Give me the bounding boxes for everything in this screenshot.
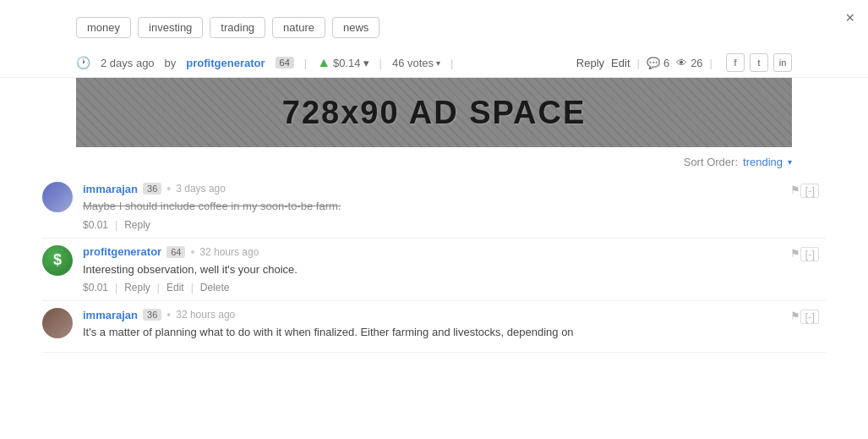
comments-section: immarajan36•3 days agoMaybe I should inc…	[0, 175, 868, 353]
tags-row: moneyinvestingtradingnaturenews	[0, 0, 868, 48]
meta-divider-1: |	[304, 57, 307, 69]
facebook-icon[interactable]: f	[726, 53, 745, 72]
comment-username-3[interactable]: immarajan	[83, 309, 138, 321]
views-stat: 👁 26	[676, 57, 702, 69]
comment-2: $profitgenerator64•32 hours agoInteresti…	[42, 239, 826, 302]
ad-text: 728x90 AD SPACE	[282, 95, 587, 131]
comment-3: immarajan36•32 hours agoIt's a matter of…	[42, 301, 826, 353]
edit-link[interactable]: Edit	[611, 57, 630, 69]
sort-caret-icon[interactable]: ▾	[788, 157, 792, 167]
comment-username-2[interactable]: profitgenerator	[83, 245, 161, 258]
avatar-immarajan	[42, 182, 73, 212]
comments-stat: 💬 6	[647, 57, 669, 69]
comment-actions-2: $0.01|Reply|Edit|Delete	[83, 282, 826, 294]
comment-badge-3: 36	[143, 309, 161, 321]
ad-banner: 728x90 AD SPACE	[76, 78, 792, 147]
meta-row: 🕐 2 days ago by profitgenerator 64 | ▲ $…	[0, 48, 868, 78]
meta-divider-5: |	[710, 57, 712, 69]
comment-text-2: Interesting observation, well it's your …	[83, 261, 826, 278]
linkedin-icon[interactable]: in	[773, 53, 792, 72]
comment-time-1: 3 days ago	[176, 183, 226, 195]
meta-divider-4: |	[637, 57, 640, 69]
social-icons: f t in	[726, 53, 792, 72]
comment-body-2: profitgenerator64•32 hours agoInterestin…	[83, 245, 826, 294]
views-count: 26	[691, 57, 702, 69]
votes-section[interactable]: 46 votes ▾	[392, 57, 440, 69]
comments-count: 6	[663, 57, 669, 69]
comment-badge-2: 64	[167, 246, 185, 258]
tag-nature[interactable]: nature	[272, 17, 325, 38]
upvote-icon: ▲	[317, 55, 330, 70]
comment-payout-1: $0.01	[83, 219, 108, 231]
comment-body-3: immarajan36•32 hours agoIt's a matter of…	[83, 308, 826, 345]
payout-value: $0.14	[333, 57, 361, 69]
payout-caret: ▾	[363, 57, 369, 69]
user-rep-badge: 64	[276, 57, 294, 69]
comment-collapse-1[interactable]: [-]	[800, 184, 819, 198]
comment-flag-3[interactable]: ⚑	[790, 310, 800, 322]
avatar-immarajan	[42, 308, 73, 338]
post-by: by	[165, 57, 177, 69]
comment-actions-1: $0.01|Reply	[83, 219, 826, 231]
comment-reply-2[interactable]: Reply	[124, 282, 150, 294]
reply-link[interactable]: Reply	[576, 57, 604, 69]
meta-divider-2: |	[379, 57, 382, 69]
twitter-icon[interactable]: t	[750, 53, 768, 72]
comment-flag-2[interactable]: ⚑	[790, 247, 800, 260]
close-button[interactable]: ×	[845, 10, 854, 25]
votes-value: 46 votes	[392, 57, 434, 69]
action-links: Reply Edit | 💬 6 👁 26 | f t in	[576, 53, 792, 72]
eye-icon: 👁	[676, 57, 687, 69]
sort-value[interactable]: trending	[743, 156, 783, 168]
comment-reply-1[interactable]: Reply	[124, 219, 150, 231]
comment-username-1[interactable]: immarajan	[83, 183, 138, 195]
tag-news[interactable]: news	[332, 17, 379, 38]
comment-text-1: Maybe I should include coffee in my soon…	[83, 198, 826, 215]
comment-flag-1[interactable]: ⚑	[790, 184, 800, 196]
comment-text-3: It's a matter of planning what to do wit…	[83, 324, 826, 341]
votes-caret-icon: ▾	[436, 58, 440, 68]
comment-bubble-icon: 💬	[647, 57, 660, 69]
avatar-profitgenerator: $	[42, 245, 73, 276]
comment-payout-2: $0.01	[83, 282, 108, 294]
comment-time-3: 32 hours ago	[176, 309, 235, 321]
comment-delete-2[interactable]: Delete	[200, 282, 230, 294]
comment-time-2: 32 hours ago	[199, 246, 259, 258]
comment-body-1: immarajan36•3 days agoMaybe I should inc…	[83, 182, 826, 231]
post-username[interactable]: profitgenerator	[186, 57, 265, 69]
post-time: 2 days ago	[101, 57, 155, 69]
tag-money[interactable]: money	[76, 17, 131, 38]
tag-investing[interactable]: investing	[138, 17, 203, 38]
sort-row: Sort Order: trending ▾	[0, 147, 868, 175]
comment-collapse-3[interactable]: [-]	[800, 310, 819, 324]
comment-badge-1: 36	[143, 183, 161, 195]
sort-label: Sort Order:	[684, 156, 738, 168]
comment-collapse-2[interactable]: [-]	[800, 247, 819, 261]
comment-1: immarajan36•3 days agoMaybe I should inc…	[42, 175, 826, 239]
meta-divider-3: |	[450, 57, 453, 69]
clock-icon: 🕐	[76, 56, 90, 69]
payout-section: ▲ $0.14 ▾	[317, 55, 368, 70]
tag-trading[interactable]: trading	[210, 17, 265, 38]
comment-edit-2[interactable]: Edit	[167, 282, 184, 294]
